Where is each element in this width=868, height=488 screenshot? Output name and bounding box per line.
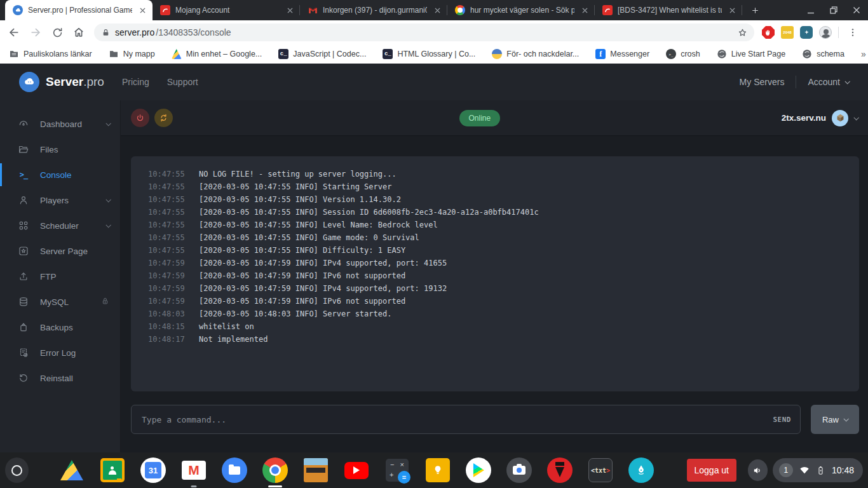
bookmark-codecademy-html[interactable]: c_ HTML Glossary | Co... bbox=[383, 49, 475, 59]
header-right: My Servers Account bbox=[740, 76, 849, 88]
sidebar-label: Players bbox=[40, 196, 69, 205]
play-store-icon bbox=[466, 458, 491, 483]
bookmark-live-start-page[interactable]: Live Start Page bbox=[717, 49, 785, 59]
bookmark-star-icon[interactable] bbox=[737, 27, 748, 38]
command-input[interactable] bbox=[142, 415, 773, 424]
server-selector[interactable]: 2tx.serv.nu bbox=[782, 110, 858, 126]
restore-button[interactable] bbox=[822, 0, 845, 20]
tab-title: Inkorgen (397) - dijon.gurmani0 bbox=[323, 6, 427, 15]
pen-app[interactable] bbox=[628, 458, 654, 483]
raw-mode-button[interactable]: Raw bbox=[811, 405, 859, 434]
bookmarks-overflow-chevron[interactable]: » bbox=[861, 49, 866, 59]
tab-google-search[interactable]: hur mycket väger solen - Sök på bbox=[447, 0, 595, 20]
txt-icon: <txt> bbox=[588, 458, 613, 482]
tab-close-icon[interactable] bbox=[432, 5, 442, 15]
text-editor-app[interactable]: <txt> bbox=[588, 458, 613, 483]
tab-close-icon[interactable] bbox=[580, 5, 590, 15]
minecraft-game-app[interactable] bbox=[303, 458, 329, 483]
sidebar-item-files[interactable]: Files bbox=[0, 137, 120, 162]
calculator-icon: −×+ = bbox=[386, 459, 409, 482]
header-divider bbox=[796, 76, 796, 88]
serverpro-logo[interactable]: Server.pro bbox=[19, 72, 104, 92]
tab-bds-bug[interactable]: [BDS-3472] When whitelist is tur bbox=[595, 0, 742, 20]
keep-app[interactable] bbox=[425, 458, 451, 483]
window-controls bbox=[799, 0, 868, 20]
chevron-down-icon bbox=[105, 222, 111, 227]
sidebar-item-scheduler[interactable]: Scheduler bbox=[0, 213, 120, 238]
sidebar-item-players[interactable]: Players bbox=[0, 187, 120, 213]
close-window-button[interactable] bbox=[845, 0, 868, 20]
grid-icon bbox=[18, 220, 29, 231]
gmail-app[interactable]: M bbox=[181, 458, 207, 483]
bookmark-crosh[interactable]: >_ crosh bbox=[666, 49, 700, 59]
bookmark-drive[interactable]: Min enhet – Google... bbox=[172, 49, 262, 59]
files-app[interactable] bbox=[222, 458, 247, 483]
shelf-apps: 31 M −×+ = bbox=[59, 458, 654, 483]
browser-menu-button[interactable] bbox=[843, 22, 863, 43]
console-section: 10:47:55NO LOG FILE! - setting up server… bbox=[121, 136, 868, 452]
address-bar[interactable]: server.pro/13408353/console bbox=[94, 24, 754, 41]
bookmark-schema[interactable]: schema bbox=[802, 49, 844, 59]
sidebar-item-backups[interactable]: Backups bbox=[0, 315, 120, 340]
bookmark-folder-pauliskolans[interactable]: Pauliskolans länkar bbox=[9, 49, 92, 59]
classroom-icon bbox=[100, 458, 125, 482]
bookmark-folder-ny-mapp[interactable]: Ny mapp bbox=[109, 49, 155, 59]
sidebar-item-error-log[interactable]: Error Log bbox=[0, 340, 120, 365]
facebook-icon: f bbox=[595, 49, 606, 59]
youtube-app[interactable] bbox=[344, 458, 369, 483]
sidebar-item-ftp[interactable]: FTP bbox=[0, 264, 120, 289]
power-button[interactable] bbox=[131, 109, 149, 127]
bookmark-messenger[interactable]: f Messenger bbox=[595, 49, 649, 59]
back-button[interactable] bbox=[4, 22, 24, 43]
sidebar-item-console[interactable]: >_ Console bbox=[0, 162, 120, 187]
sidebar-item-reinstall[interactable]: Reinstall bbox=[0, 365, 120, 391]
tab-gmail[interactable]: Inkorgen (397) - dijon.gurmani0 bbox=[300, 0, 447, 20]
minimize-button[interactable] bbox=[799, 0, 822, 20]
sidebar-label: Error Log bbox=[40, 348, 76, 358]
console-log[interactable]: 10:47:55NO LOG FILE! - setting up server… bbox=[131, 156, 859, 391]
reload-button[interactable] bbox=[47, 22, 67, 43]
nav-pricing[interactable]: Pricing bbox=[122, 77, 149, 87]
nav-support[interactable]: Support bbox=[167, 77, 198, 87]
tab-title: Server.pro | Professional Game bbox=[28, 6, 132, 15]
tab-close-icon[interactable] bbox=[727, 5, 737, 15]
sidebar-label: Server Page bbox=[40, 247, 88, 256]
chat-extension-icon[interactable] bbox=[797, 24, 815, 41]
logout-button[interactable]: Logga ut bbox=[687, 459, 736, 482]
restart-button[interactable] bbox=[154, 109, 173, 127]
chrome-app[interactable] bbox=[262, 458, 288, 483]
gauge-icon bbox=[18, 118, 29, 130]
launcher-button[interactable] bbox=[5, 458, 29, 483]
google-drive-app[interactable] bbox=[59, 458, 85, 483]
tab-close-icon[interactable] bbox=[137, 5, 147, 15]
play-store-app[interactable] bbox=[466, 458, 491, 483]
profile-extension-icon[interactable] bbox=[817, 24, 834, 41]
tab-mojang[interactable]: Mojang Account bbox=[153, 0, 300, 20]
sidebar-label: MySQL bbox=[40, 297, 69, 307]
new-tab-button[interactable] bbox=[746, 1, 764, 19]
nav-my-servers[interactable]: My Servers bbox=[740, 77, 785, 87]
sidebar-item-mysql[interactable]: MySQL bbox=[0, 289, 120, 315]
google-favicon bbox=[455, 5, 465, 15]
volume-button[interactable] bbox=[748, 459, 768, 481]
sidebar-item-server-page[interactable]: Server Page bbox=[0, 238, 120, 264]
tab-close-icon[interactable] bbox=[285, 5, 295, 15]
calendar-app[interactable]: 31 bbox=[140, 458, 166, 483]
home-button[interactable] bbox=[69, 22, 89, 43]
bookmark-for-och-nackdelar[interactable]: För- och nackdelar... bbox=[492, 49, 579, 59]
classroom-app[interactable] bbox=[100, 458, 125, 483]
sidebar-label: Dashboard bbox=[40, 119, 82, 129]
forward-button[interactable] bbox=[25, 22, 46, 43]
camera-app[interactable] bbox=[506, 458, 532, 483]
tab-serverpro[interactable]: Server.pro | Professional Game bbox=[5, 0, 153, 20]
system-tray[interactable]: 1 10:48 bbox=[773, 458, 863, 482]
bookmark-label: JavaScript | Codec... bbox=[293, 50, 366, 58]
sidebar-item-dashboard[interactable]: Dashboard bbox=[0, 111, 120, 137]
send-button[interactable]: SEND bbox=[773, 416, 792, 424]
adblock-extension-icon[interactable] bbox=[759, 24, 777, 41]
calculator-app[interactable]: −×+ = bbox=[384, 458, 410, 483]
drawing-app[interactable] bbox=[547, 458, 573, 483]
bookmark-codecademy-js[interactable]: c_ JavaScript | Codec... bbox=[278, 49, 366, 59]
game-2048-extension-icon[interactable]: 2048 bbox=[778, 24, 796, 41]
nav-account[interactable]: Account bbox=[808, 77, 849, 87]
